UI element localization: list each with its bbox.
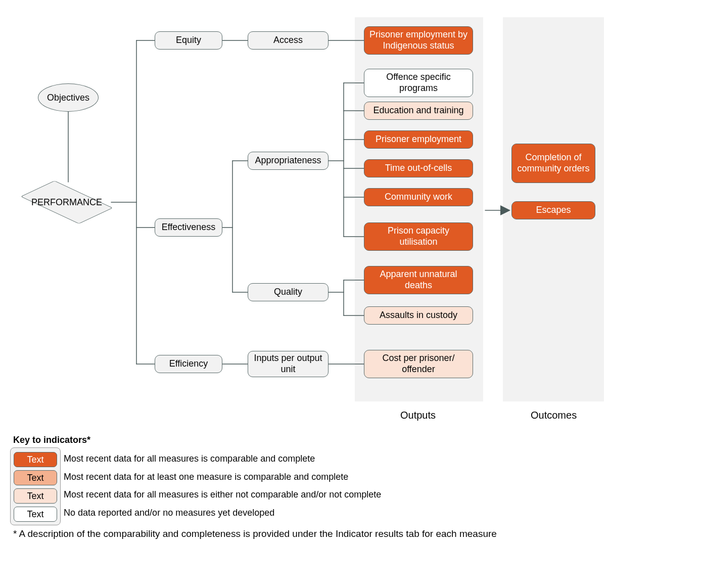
quality-node: Quality	[248, 283, 329, 301]
effectiveness-node: Effectiveness	[155, 218, 222, 237]
equity-node: Equity	[155, 31, 222, 50]
performance-framework-diagram: Objectives PERFORMANCE Equity Effectiven…	[10, 10, 692, 430]
outcomes-label: Outcomes	[531, 410, 577, 421]
escapes: Escapes	[511, 201, 595, 219]
outputs-label: Outputs	[400, 410, 436, 421]
performance-label: PERFORMANCE	[31, 197, 102, 208]
unnatural-deaths: Apparent unnatural deaths	[364, 266, 473, 294]
time-out-of-cells: Time out-of-cells	[364, 159, 473, 177]
legend-chip-box: Text Text Text Text	[10, 447, 61, 525]
education-training: Education and training	[364, 102, 473, 120]
legend-desc-notcomparable: Most recent data for all measures is eit…	[64, 489, 381, 501]
prisoner-employment-indigenous: Prisoner employment by Indigenous status	[364, 26, 473, 55]
community-work: Community work	[364, 188, 473, 206]
legend: Key to indicators* Text Text Text Text M…	[10, 435, 692, 539]
legend-desc-nodata: No data reported and/or no measures yet …	[64, 508, 381, 519]
performance-node: PERFORMANCE	[16, 182, 117, 222]
cost-per-prisoner: Cost per prisoner/ offender	[364, 350, 473, 378]
legend-descriptions: Most recent data for all measures is com…	[61, 447, 381, 518]
completion-community-orders: Completion of community orders	[511, 144, 595, 183]
objectives-node: Objectives	[38, 83, 99, 112]
legend-chip-partial: Text	[14, 470, 57, 485]
legend-title: Key to indicators*	[13, 435, 692, 445]
objectives-label: Objectives	[47, 93, 89, 103]
legend-chip-nodata: Text	[14, 507, 57, 522]
prison-capacity: Prison capacity utilisation	[364, 222, 473, 251]
access-node: Access	[248, 31, 329, 50]
offence-programs: Offence specific programs	[364, 69, 473, 97]
legend-desc-partial: Most recent data for at least one measur…	[64, 472, 381, 483]
inputs-node: Inputs per output unit	[248, 351, 329, 377]
appropriateness-node: Appropriateness	[248, 152, 329, 170]
legend-chip-notcomparable: Text	[14, 488, 57, 504]
assaults-custody: Assaults in custody	[364, 306, 473, 325]
legend-footnote: * A description of the comparability and…	[13, 528, 692, 539]
legend-desc-full: Most recent data for all measures is com…	[64, 454, 381, 465]
legend-chip-full: Text	[14, 452, 57, 467]
prisoner-employment: Prisoner employment	[364, 130, 473, 149]
efficiency-node: Efficiency	[155, 355, 222, 373]
